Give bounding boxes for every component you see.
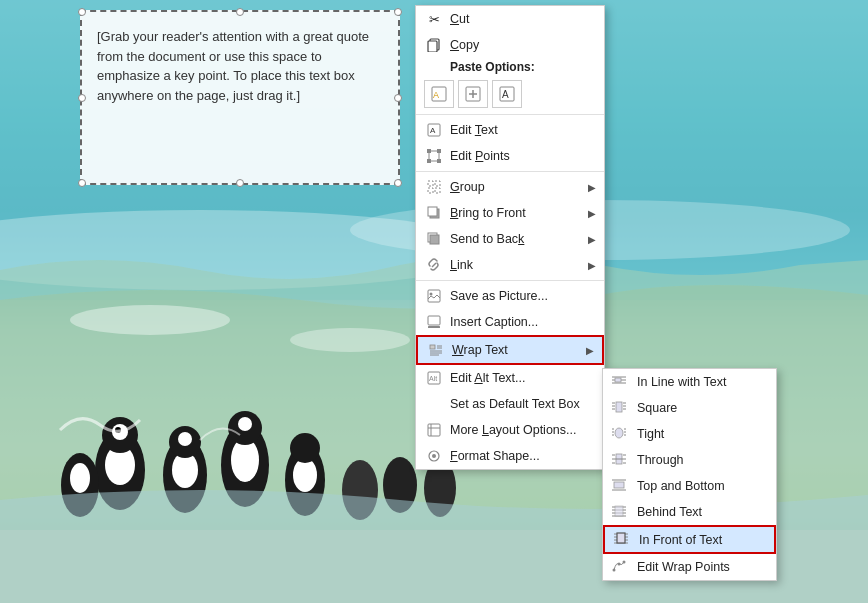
- link-icon: [424, 256, 444, 274]
- svg-rect-102: [617, 533, 625, 543]
- top-bottom-label: Top and Bottom: [637, 479, 725, 493]
- resize-handle-tl[interactable]: [78, 8, 86, 16]
- group-label: Group: [450, 180, 588, 194]
- svg-rect-28: [428, 41, 437, 52]
- square-label: Square: [637, 401, 677, 415]
- menu-item-more-layout[interactable]: More Layout Options...: [416, 417, 604, 443]
- group-icon: [424, 178, 444, 196]
- svg-point-4: [290, 328, 410, 352]
- tight-icon: [611, 426, 631, 443]
- svg-rect-48: [430, 235, 439, 244]
- svg-point-50: [430, 293, 433, 296]
- document-textbox: [Grab your reader's attention with a gre…: [80, 10, 400, 185]
- tight-label: Tight: [637, 427, 664, 441]
- through-icon: [611, 452, 631, 469]
- menu-item-edit-alt-text[interactable]: Alt Edit Alt Text...: [416, 365, 604, 391]
- copy-icon: [424, 36, 444, 54]
- layout-icon: [424, 421, 444, 439]
- resize-handle-br[interactable]: [394, 179, 402, 187]
- submenu-item-behind-text[interactable]: Behind Text: [603, 499, 776, 525]
- fronttext-icon: [613, 531, 633, 548]
- menu-item-copy[interactable]: Copy: [416, 32, 604, 58]
- svg-rect-43: [428, 188, 433, 193]
- svg-rect-40: [437, 159, 441, 163]
- menu-item-bring-to-front[interactable]: Bring to Front ▶: [416, 200, 604, 226]
- caption-icon: [424, 313, 444, 331]
- more-layout-label: More Layout Options...: [450, 423, 596, 437]
- link-arrow: ▶: [588, 260, 596, 271]
- svg-point-17: [238, 417, 252, 431]
- svg-rect-52: [428, 326, 440, 328]
- submenu-item-through[interactable]: Through: [603, 447, 776, 473]
- resize-handle-mr[interactable]: [394, 94, 402, 102]
- wrap-text-label: Wrap Text: [452, 343, 586, 357]
- submenu-item-tight[interactable]: Tight: [603, 421, 776, 447]
- square-icon: [611, 400, 631, 417]
- menu-item-edit-points[interactable]: Edit Points: [416, 143, 604, 169]
- svg-rect-90: [614, 482, 624, 488]
- svg-rect-39: [427, 159, 431, 163]
- submenu-item-inline[interactable]: In Line with Text: [603, 369, 776, 395]
- resize-handle-bl[interactable]: [78, 179, 86, 187]
- paste-buttons-row: A A: [416, 76, 604, 112]
- svg-point-19: [293, 458, 317, 492]
- resize-handle-bm[interactable]: [236, 179, 244, 187]
- inline-icon: [611, 374, 631, 391]
- svg-point-105: [623, 560, 626, 563]
- paste-keep-text-btn[interactable]: A: [492, 80, 522, 108]
- submenu-item-top-bottom[interactable]: Top and Bottom: [603, 473, 776, 499]
- submenu-item-edit-wrap-points[interactable]: Edit Wrap Points: [603, 554, 776, 580]
- menu-item-edit-text[interactable]: A Edit Text: [416, 117, 604, 143]
- svg-text:A: A: [433, 90, 439, 100]
- svg-point-13: [178, 432, 192, 446]
- menu-item-link[interactable]: Link ▶: [416, 252, 604, 278]
- edit-points-label: Edit Points: [450, 149, 596, 163]
- svg-rect-69: [615, 378, 621, 382]
- behind-text-label: Behind Text: [637, 505, 702, 519]
- svg-point-77: [615, 428, 623, 438]
- menu-item-group[interactable]: Group ▶: [416, 174, 604, 200]
- submenu-item-in-front-of-text[interactable]: In Front of Text: [603, 525, 776, 554]
- svg-rect-46: [428, 207, 437, 216]
- menu-item-set-default[interactable]: Set as Default Text Box: [416, 391, 604, 417]
- wrap-text-icon: [426, 341, 446, 359]
- svg-text:Alt: Alt: [429, 375, 437, 382]
- paste-merge-btn[interactable]: [458, 80, 488, 108]
- resize-handle-ml[interactable]: [78, 94, 86, 102]
- bring-front-label: Bring to Front: [450, 206, 588, 220]
- svg-point-3: [70, 305, 230, 335]
- submenu-item-square[interactable]: Square: [603, 395, 776, 421]
- menu-item-send-to-back[interactable]: Send to Back ▶: [416, 226, 604, 252]
- format-shape-label: Format Shape...: [450, 449, 596, 463]
- edit-text-label: Edit Text: [450, 123, 596, 137]
- separator-2: [416, 171, 604, 172]
- resize-handle-tm[interactable]: [236, 8, 244, 16]
- menu-item-insert-caption[interactable]: Insert Caption...: [416, 309, 604, 335]
- wrap-text-submenu: In Line with Text Square Tight Through T…: [602, 368, 777, 581]
- svg-rect-97: [615, 506, 623, 516]
- svg-point-104: [618, 562, 621, 565]
- svg-rect-42: [435, 181, 440, 186]
- menu-item-wrap-text[interactable]: Wrap Text ▶: [416, 335, 604, 365]
- svg-text:A: A: [502, 89, 509, 100]
- menu-item-format-shape[interactable]: Format Shape...: [416, 443, 604, 469]
- menu-item-save-as-picture[interactable]: Save as Picture...: [416, 283, 604, 309]
- svg-text:A: A: [430, 126, 436, 135]
- bring-front-icon: [424, 204, 444, 222]
- inline-label: In Line with Text: [637, 375, 726, 389]
- resize-handle-tr[interactable]: [394, 8, 402, 16]
- paste-keep-source-btn[interactable]: A: [424, 80, 454, 108]
- paste-options-header: Paste Options:: [416, 58, 604, 76]
- copy-label: Copy: [450, 38, 596, 52]
- edit-text-icon: A: [424, 121, 444, 139]
- wrap-text-arrow: ▶: [586, 345, 594, 356]
- svg-rect-70: [616, 402, 622, 412]
- svg-point-20: [290, 433, 320, 463]
- separator-1: [416, 114, 604, 115]
- save-as-picture-label: Save as Picture...: [450, 289, 596, 303]
- menu-item-cut[interactable]: ✂ Cut: [416, 6, 604, 32]
- send-back-arrow: ▶: [588, 234, 596, 245]
- cut-icon: ✂: [424, 10, 444, 28]
- wrappoints-icon: [611, 559, 631, 576]
- bring-front-arrow: ▶: [588, 208, 596, 219]
